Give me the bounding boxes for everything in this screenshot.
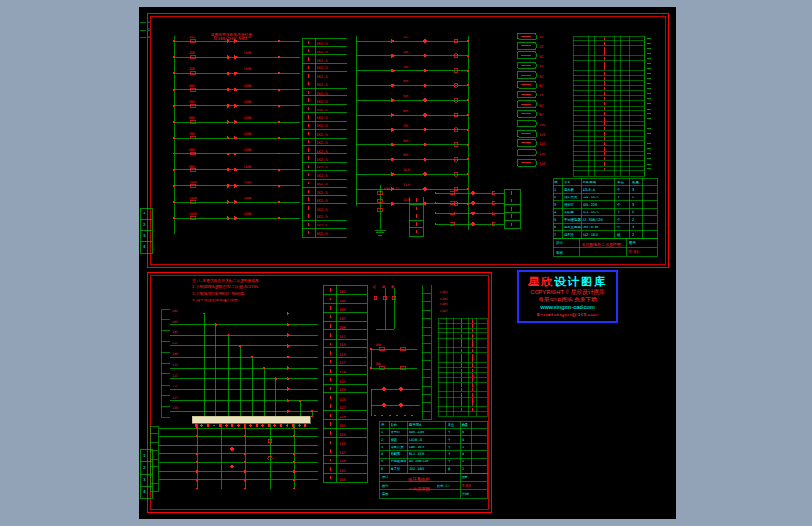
svg-text:1: 1 [143,453,146,458]
watermark-line4: E-mail:xingxin@163.com [519,312,616,318]
svg-text:4: 4 [143,244,146,249]
svg-text:3: 3 [143,477,146,482]
watermark-line2: 海量CAD图纸 免费下载 [519,297,616,303]
sheet-bottom-frame [147,272,492,513]
svg-text:3: 3 [143,233,146,238]
watermark-box: 星欣设计图库 COPYRIGHT © 星欣设计图库 海量CAD图纸 免费下载 w… [517,270,618,323]
watermark-line3: www.xingxin-cad.com [519,304,616,311]
desktop-background: 1DK2DK3DK4DK5DK6DK7DK8DK9DK10DK11DK12DKC… [0,0,812,526]
watermark-title-part2: 设计图库 [554,275,607,288]
svg-text:2: 2 [143,465,146,470]
svg-text:4: 4 [143,489,146,494]
svg-text:1: 1 [143,211,146,215]
svg-text:2: 2 [143,222,146,226]
watermark-line1: COPYRIGHT © 星欣设计图库 [519,289,616,296]
cad-canvas: 1DK2DK3DK4DK5DK6DK7DK8DK9DK10DK11DK12DKC… [139,7,676,519]
sheet-top-frame [147,13,669,268]
watermark-title: 星欣设计图库 [519,275,616,288]
watermark-title-part1: 星欣 [528,275,554,288]
